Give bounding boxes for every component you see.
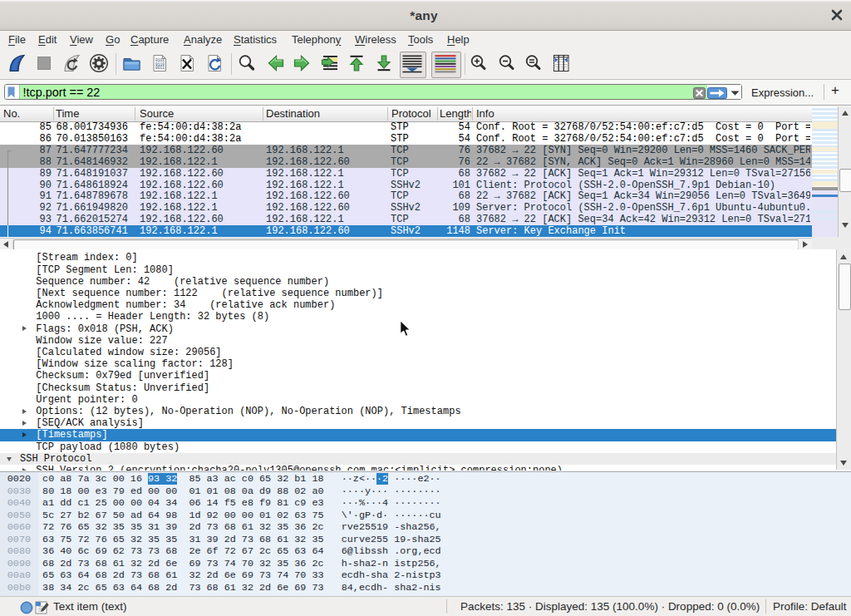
svg-text:0011: 0011 — [155, 66, 165, 70]
